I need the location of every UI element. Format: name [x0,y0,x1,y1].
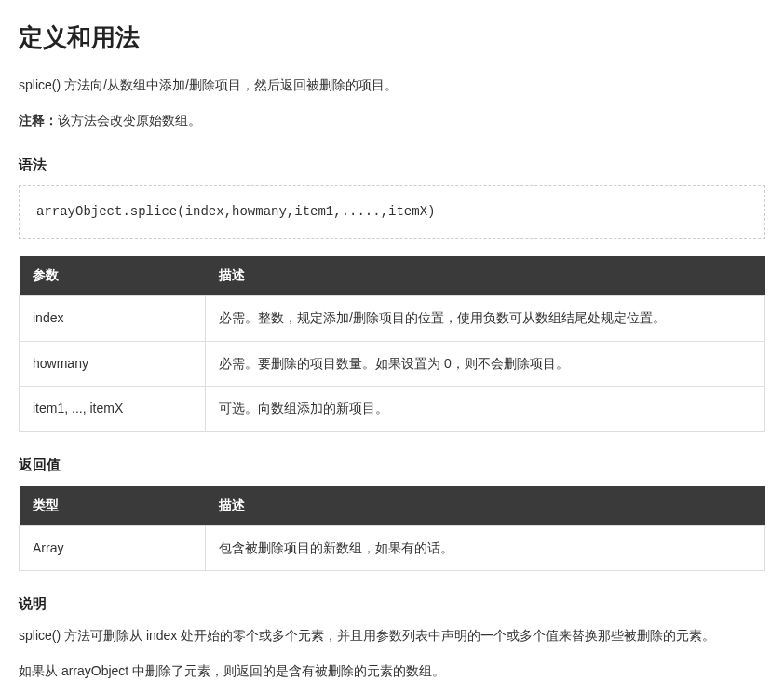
table-row: Array 包含被删除项目的新数组，如果有的话。 [20,525,765,571]
explain-paragraph-1: splice() 方法可删除从 index 处开始的零个或多个元素，并且用参数列… [19,625,765,647]
syntax-heading: 语法 [19,153,765,177]
table-row: item1, ..., itemX 可选。向数组添加的新项目。 [20,387,765,432]
return-header-desc: 描述 [206,486,765,525]
page-title: 定义和用法 [19,17,765,58]
param-name: howmany [20,341,206,387]
params-header-desc: 描述 [206,256,765,295]
return-header-type: 类型 [20,486,206,525]
param-desc: 必需。整数，规定添加/删除项目的位置，使用负数可从数组结尾处规定位置。 [206,295,765,341]
intro-text: splice() 方法向/从数组中添加/删除项目，然后返回被删除的项目。 [19,75,765,97]
table-row: howmany 必需。要删除的项目数量。如果设置为 0，则不会删除项目。 [20,341,765,387]
note: 注释：该方法会改变原始数组。 [19,110,765,132]
return-table: 类型 描述 Array 包含被删除项目的新数组，如果有的话。 [19,486,765,572]
note-text: 该方法会改变原始数组。 [58,113,201,128]
return-heading: 返回值 [19,453,765,477]
return-desc: 包含被删除项目的新数组，如果有的话。 [206,525,765,571]
params-table: 参数 描述 index 必需。整数，规定添加/删除项目的位置，使用负数可从数组结… [19,256,765,432]
table-row: index 必需。整数，规定添加/删除项目的位置，使用负数可从数组结尾处规定位置… [20,295,765,341]
param-desc: 可选。向数组添加的新项目。 [206,387,765,432]
param-name: index [20,295,206,341]
note-label: 注释： [19,113,58,128]
params-header-name: 参数 [20,256,206,295]
explain-heading: 说明 [19,592,765,616]
param-name: item1, ..., itemX [20,387,206,432]
syntax-code-block: arrayObject.splice(index,howmany,item1,.… [19,185,765,239]
param-desc: 必需。要删除的项目数量。如果设置为 0，则不会删除项目。 [206,341,765,387]
explain-paragraph-2: 如果从 arrayObject 中删除了元素，则返回的是含有被删除的元素的数组。 [19,661,765,681]
return-type: Array [20,525,206,571]
